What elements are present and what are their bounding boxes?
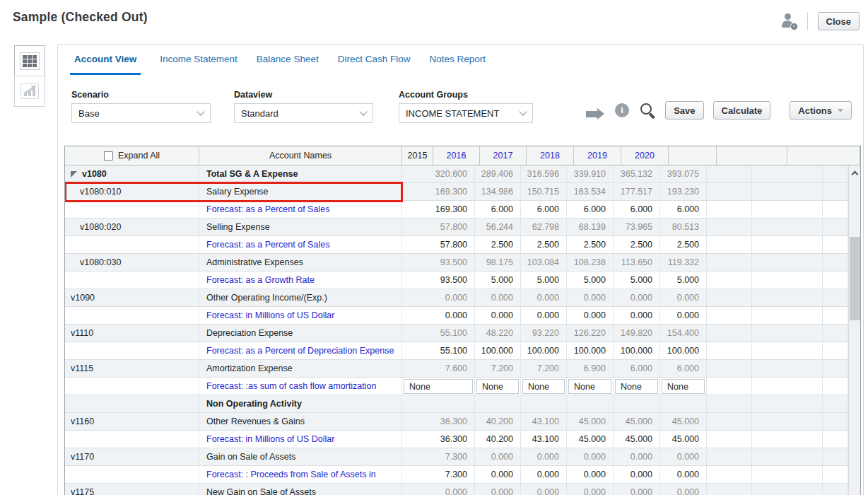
value-cell[interactable]: 5.000 [475,272,521,289]
value-cell[interactable] [823,431,848,448]
value-cell[interactable]: 93.220 [521,325,567,342]
value-cell[interactable] [707,254,752,271]
value-cell[interactable] [823,413,848,430]
value-cell[interactable]: 43.100 [521,413,567,430]
value-cell[interactable]: 0.000 [521,484,567,495]
value-cell[interactable]: 45.000 [614,413,660,430]
value-cell[interactable]: 108.238 [567,254,614,271]
value-cell[interactable]: 57.800 [402,219,475,235]
value-cell[interactable]: 0.000 [567,484,614,495]
account-name-cell[interactable]: Forecast: as a Growth Rate [199,272,402,289]
value-cell[interactable] [707,395,752,412]
value-cell[interactable] [752,466,823,483]
value-cell[interactable]: 6.000 [660,201,707,218]
value-cell[interactable]: 55.100 [402,342,475,359]
value-cell[interactable]: 393.075 [660,165,707,182]
value-cell[interactable]: 56.244 [475,219,521,235]
value-cell[interactable] [402,395,475,412]
value-cell[interactable]: 154.400 [660,325,707,342]
tab-direct-cash-flow[interactable]: Direct Cash Flow [338,52,411,75]
value-cell[interactable] [752,378,823,395]
value-cell[interactable]: None [660,378,707,395]
value-cell[interactable]: 169.300 [402,183,475,200]
value-cell[interactable]: 40.200 [475,431,521,448]
value-cell[interactable] [707,431,752,448]
tab-notes-report[interactable]: Notes Report [429,52,486,75]
value-cell[interactable]: 0.000 [402,484,475,495]
value-cell[interactable]: None [614,378,660,395]
value-cell[interactable] [823,254,848,271]
account-name-cell[interactable]: Depreciation Expense [199,325,402,342]
value-cell[interactable]: 5.000 [521,272,567,289]
value-cell[interactable] [707,307,752,324]
value-cell[interactable]: 2.500 [567,236,614,253]
value-cell[interactable]: 55.100 [402,325,475,342]
value-cell[interactable] [752,254,823,271]
value-cell[interactable]: 93.500 [402,254,475,271]
value-cell[interactable]: 177.517 [614,183,660,200]
value-cell[interactable] [823,201,848,218]
value-cell[interactable] [707,183,752,200]
info-icon[interactable] [615,103,629,117]
value-cell[interactable] [823,484,848,495]
value-cell[interactable] [752,484,823,495]
account-name-cell[interactable]: Non Operating Activity [199,395,402,412]
forecast-method-link[interactable]: Forecast: in Millions of US Dollar [206,310,334,320]
value-cell[interactable]: 365.132 [614,165,660,182]
account-code-cell[interactable] [65,342,199,359]
value-cell[interactable] [823,378,848,395]
value-cell[interactable]: 48.220 [475,325,521,342]
value-cell[interactable]: 0.000 [567,289,614,306]
value-cell[interactable] [660,395,707,412]
value-cell[interactable]: 2.500 [521,236,567,253]
grid-view-button[interactable] [14,45,45,76]
value-cell[interactable] [752,307,823,324]
value-cell[interactable]: 0.000 [402,289,475,306]
value-cell[interactable] [823,165,848,182]
account-name-cell[interactable]: Salary Expense [199,183,402,200]
account-code-cell[interactable] [65,236,199,253]
value-cell[interactable] [521,395,567,412]
value-cell[interactable]: None [521,378,567,395]
expanded-node-icon[interactable] [71,171,77,177]
value-cell[interactable]: 0.000 [521,466,567,483]
value-cell[interactable]: 93.500 [402,272,475,289]
value-cell[interactable]: 163.534 [567,183,614,200]
value-cell[interactable]: 320.600 [402,165,475,182]
value-cell[interactable]: None [567,378,614,395]
account-groups-select[interactable]: INCOME STATEMENT [399,103,533,123]
account-name-cell[interactable]: Administrative Expenses [199,254,402,271]
value-cell[interactable] [752,201,823,218]
value-cell[interactable]: 0.000 [475,448,521,465]
account-name-cell[interactable]: Other Revenues & Gains [199,413,402,430]
value-cell[interactable]: 169.300 [402,201,475,218]
account-name-cell[interactable]: Forecast: as a Percent of Depreciation E… [199,342,402,359]
value-cell[interactable] [707,378,752,395]
account-name-cell[interactable]: Forecast: : Proceeds from Sale of Assets… [199,466,402,483]
tab-income-statement[interactable]: Income Statement [160,52,237,75]
value-cell[interactable]: 7.600 [402,360,475,377]
year-header-2020[interactable]: 2020 [621,146,669,165]
forecast-method-link[interactable]: Forecast: in Millions of US Dollar [206,434,334,444]
account-code-cell[interactable]: v1170 [65,448,199,465]
value-cell[interactable]: 0.000 [567,448,614,465]
value-cell[interactable]: 6.000 [567,201,614,218]
value-cell[interactable] [707,236,752,253]
value-cell[interactable] [752,236,823,253]
account-name-cell[interactable]: Forecast: in Millions of US Dollar [199,431,402,448]
account-name-cell[interactable]: Gain on Sale of Assets [199,448,402,465]
value-cell[interactable]: 36.300 [402,413,475,430]
forecast-method-link[interactable]: Forecast: as a Growth Rate [206,275,315,285]
value-cell[interactable]: 36.300 [402,431,475,448]
value-cell[interactable]: 6.000 [660,360,707,377]
account-code-cell[interactable]: v1110 [65,325,199,342]
value-cell[interactable]: 7.200 [521,360,567,377]
value-cell[interactable]: 7.200 [475,360,521,377]
value-cell[interactable] [823,307,848,324]
forecast-method-link[interactable]: Forecast: as a Percent of Sales [206,240,329,250]
calculate-button[interactable]: Calculate [713,101,771,120]
checked-out-user-icon[interactable] [780,13,797,30]
value-cell[interactable] [752,413,823,430]
value-cell[interactable]: 0.000 [660,466,707,483]
value-cell[interactable]: 0.000 [521,289,567,306]
